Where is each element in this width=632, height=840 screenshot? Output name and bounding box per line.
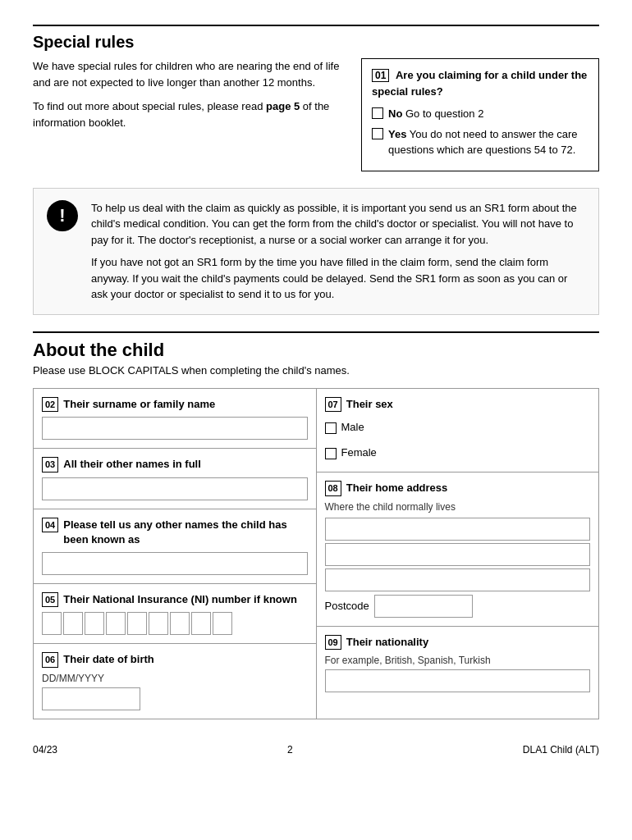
sex-male-row: Male — [325, 421, 591, 434]
field-04: 04 Please tell us any other names the ch… — [34, 509, 316, 584]
field-05-label: Their National Insurance (NI) number if … — [63, 592, 297, 607]
field-03-number: 03 — [42, 457, 58, 472]
field-04-input[interactable] — [42, 552, 308, 575]
field-02-label-row: 02 Their surname or family name — [42, 397, 308, 413]
q01-yes-checkbox[interactable] — [372, 128, 383, 139]
form-col-right: 07 Their sex Male Female 08 Their home a… — [317, 389, 599, 719]
dob-hint: DD/MM/YYYY — [42, 673, 308, 684]
about-child-title: About the child — [33, 340, 599, 361]
field-09: 09 Their nationality For example, Britis… — [317, 627, 599, 701]
q01-no-row: No Go to question 2 — [372, 106, 588, 122]
q01-no-label: No Go to question 2 — [388, 106, 483, 122]
question-01-box: 01 Are you claiming for a child under th… — [361, 58, 599, 171]
address-line2-input[interactable] — [325, 543, 591, 566]
info-para2: If you have not got an SR1 form by the t… — [91, 254, 585, 303]
sex-female-row: Female — [325, 446, 591, 459]
sex-female-checkbox[interactable] — [325, 448, 337, 459]
postcode-row: Postcode — [325, 595, 591, 618]
field-03: 03 All their other names in full — [34, 449, 316, 509]
field-04-label: Please tell us any other names the child… — [63, 518, 307, 547]
q01-yes-label: Yes You do not need to answer the care q… — [388, 126, 588, 158]
special-rules-text: We have special rules for children who a… — [33, 58, 345, 171]
field-09-label-row: 09 Their nationality — [325, 635, 591, 651]
ni-box-5[interactable] — [127, 612, 147, 635]
postcode-label: Postcode — [325, 600, 369, 612]
field-02-input[interactable] — [42, 417, 308, 440]
info-text: To help us deal with the claim as quickl… — [91, 200, 585, 303]
ni-box-6[interactable] — [149, 612, 168, 635]
ni-box-8[interactable] — [191, 612, 211, 635]
mid-divider — [33, 331, 599, 333]
field-07-label: Their sex — [346, 397, 393, 412]
info-para1: To help us deal with the claim as quickl… — [91, 200, 585, 249]
postcode-input[interactable] — [374, 595, 473, 618]
sex-options: Male Female — [325, 417, 591, 463]
q01-header-line: 01 Are you claiming for a child under th… — [372, 67, 588, 99]
field-06-label: Their date of birth — [63, 652, 154, 667]
field-07-number: 07 — [325, 397, 341, 413]
form-col-left: 02 Their surname or family name 03 All t… — [34, 389, 317, 719]
footer-center: 2 — [287, 744, 293, 756]
q01-number: 01 — [372, 69, 389, 82]
special-rules-title: Special rules — [33, 33, 599, 52]
field-06: 06 Their date of birth DD/MM/YYYY — [34, 644, 316, 719]
field-04-number: 04 — [42, 518, 58, 533]
field-02: 02 Their surname or family name — [34, 389, 316, 450]
special-rules-layout: We have special rules for children who a… — [33, 58, 599, 171]
address-line1-input[interactable] — [325, 518, 591, 541]
sex-female-label: Female — [341, 446, 377, 459]
ni-input-row — [42, 612, 308, 635]
field-05-number: 05 — [42, 592, 58, 608]
field-02-number: 02 — [42, 397, 58, 413]
field-08-number: 08 — [325, 481, 341, 496]
field-06-number: 06 — [42, 652, 58, 668]
address-line3-input[interactable] — [325, 568, 591, 591]
field-09-label: Their nationality — [346, 635, 428, 650]
footer-right: DLA1 Child (ALT) — [523, 744, 599, 756]
field-08-label: Their home address — [346, 481, 448, 495]
field-03-label-row: 03 All their other names in full — [42, 457, 308, 472]
field-07: 07 Their sex Male Female — [317, 389, 599, 473]
field-06-label-row: 06 Their date of birth — [42, 652, 308, 668]
ni-box-9[interactable] — [213, 612, 232, 635]
field-09-number: 09 — [325, 635, 341, 651]
field-08: 08 Their home address Where the child no… — [317, 472, 599, 627]
ni-box-3[interactable] — [85, 612, 104, 635]
q01-header: Are you claiming for a child under the s… — [372, 69, 587, 98]
top-divider — [33, 25, 599, 26]
sex-male-label: Male — [341, 421, 364, 433]
ni-box-2[interactable] — [63, 612, 83, 635]
q01-yes-row: Yes You do not need to answer the care q… — [372, 126, 588, 158]
ni-box-1[interactable] — [42, 612, 62, 635]
ni-box-4[interactable] — [106, 612, 126, 635]
info-icon: ! — [47, 200, 78, 231]
address-sub: Where the child normally lives — [325, 501, 591, 513]
field-03-input[interactable] — [42, 477, 308, 500]
special-rules-para1: We have special rules for children who a… — [33, 58, 345, 90]
about-child-subtitle: Please use BLOCK CAPITALS when completin… — [33, 364, 599, 377]
field-03-label: All their other names in full — [63, 457, 201, 472]
field-07-label-row: 07 Their sex — [325, 397, 591, 413]
q01-no-checkbox[interactable] — [372, 107, 383, 119]
field-08-label-row: 08 Their home address — [325, 481, 591, 496]
footer-left: 04/23 — [33, 744, 57, 756]
form-grid: 02 Their surname or family name 03 All t… — [33, 388, 599, 719]
ni-box-7[interactable] — [170, 612, 190, 635]
sex-male-checkbox[interactable] — [325, 422, 337, 434]
page-footer: 04/23 2 DLA1 Child (ALT) — [33, 744, 599, 756]
field-02-label: Their surname or family name — [63, 397, 215, 412]
nationality-hint: For example, British, Spanish, Turkish — [325, 655, 591, 666]
address-inputs — [325, 518, 591, 591]
special-rules-para2: To find out more about special rules, pl… — [33, 98, 345, 130]
field-05-label-row: 05 Their National Insurance (NI) number … — [42, 592, 308, 608]
field-09-input[interactable] — [325, 669, 591, 692]
field-04-label-row: 04 Please tell us any other names the ch… — [42, 518, 308, 547]
info-box: ! To help us deal with the claim as quic… — [33, 188, 599, 315]
field-05: 05 Their National Insurance (NI) number … — [34, 584, 316, 645]
field-06-input[interactable] — [42, 687, 140, 710]
